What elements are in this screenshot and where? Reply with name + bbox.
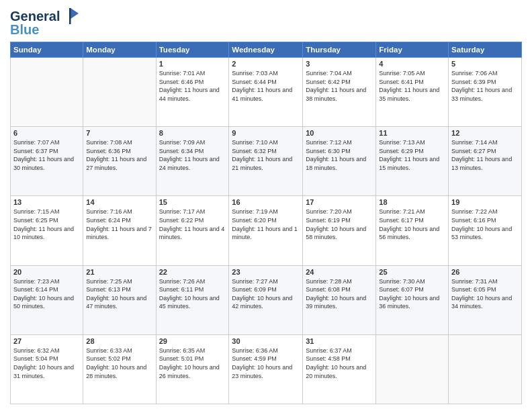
weekday-header-tuesday: Tuesday xyxy=(156,42,229,58)
calendar-cell: 9Sunrise: 7:10 AM Sunset: 6:32 PM Daylig… xyxy=(229,127,303,196)
day-number: 19 xyxy=(451,198,519,206)
day-number: 16 xyxy=(232,198,300,206)
day-number: 14 xyxy=(86,198,152,206)
calendar-table: SundayMondayTuesdayWednesdayThursdayFrid… xyxy=(10,42,522,404)
page: General Blue SundayMondayTuesdayWednesda… xyxy=(0,0,532,411)
calendar-cell: 14Sunrise: 7:16 AM Sunset: 6:24 PM Dayli… xyxy=(83,196,156,265)
day-number: 11 xyxy=(379,129,445,137)
weekday-header-thursday: Thursday xyxy=(303,42,376,58)
day-number: 7 xyxy=(86,129,152,137)
cell-content: Sunrise: 7:31 AM Sunset: 6:05 PM Dayligh… xyxy=(451,277,519,311)
calendar-cell: 30Sunrise: 6:36 AM Sunset: 4:59 PM Dayli… xyxy=(229,334,303,404)
day-number: 13 xyxy=(13,198,80,206)
day-number: 21 xyxy=(86,268,152,276)
cell-content: Sunrise: 7:08 AM Sunset: 6:36 PM Dayligh… xyxy=(86,138,152,172)
logo-general: General xyxy=(10,9,60,24)
cell-content: Sunrise: 7:12 AM Sunset: 6:30 PM Dayligh… xyxy=(306,138,373,172)
day-number: 31 xyxy=(306,337,373,345)
logo: General Blue xyxy=(10,7,80,36)
cell-content: Sunrise: 6:33 AM Sunset: 5:02 PM Dayligh… xyxy=(86,347,152,380)
day-number: 6 xyxy=(13,129,80,137)
header: General Blue xyxy=(10,7,522,36)
day-number: 15 xyxy=(159,198,226,206)
cell-content: Sunrise: 7:27 AM Sunset: 6:09 PM Dayligh… xyxy=(232,277,300,311)
cell-content: Sunrise: 7:26 AM Sunset: 6:11 PM Dayligh… xyxy=(159,277,226,311)
calendar-cell: 31Sunrise: 6:37 AM Sunset: 4:58 PM Dayli… xyxy=(303,334,376,404)
cell-content: Sunrise: 7:09 AM Sunset: 6:34 PM Dayligh… xyxy=(159,138,226,172)
day-number: 26 xyxy=(451,268,519,276)
day-number: 12 xyxy=(451,129,519,137)
calendar-cell: 24Sunrise: 7:28 AM Sunset: 6:08 PM Dayli… xyxy=(303,265,376,334)
calendar-cell: 25Sunrise: 7:30 AM Sunset: 6:07 PM Dayli… xyxy=(376,265,449,334)
cell-content: Sunrise: 7:15 AM Sunset: 6:25 PM Dayligh… xyxy=(13,208,80,241)
day-number: 27 xyxy=(13,337,80,345)
weekday-header-monday: Monday xyxy=(83,42,156,58)
calendar-cell: 19Sunrise: 7:22 AM Sunset: 6:16 PM Dayli… xyxy=(449,196,522,265)
calendar-cell: 5Sunrise: 7:06 AM Sunset: 6:39 PM Daylig… xyxy=(449,58,522,127)
calendar-cell: 21Sunrise: 7:25 AM Sunset: 6:13 PM Dayli… xyxy=(83,265,156,334)
cell-content: Sunrise: 7:05 AM Sunset: 6:41 PM Dayligh… xyxy=(379,69,445,103)
day-number: 2 xyxy=(232,60,300,68)
day-number: 18 xyxy=(379,198,445,206)
cell-content: Sunrise: 6:37 AM Sunset: 4:58 PM Dayligh… xyxy=(306,347,373,380)
weekday-header-sunday: Sunday xyxy=(11,42,83,58)
weekday-header-wednesday: Wednesday xyxy=(229,42,303,58)
calendar-cell: 28Sunrise: 6:33 AM Sunset: 5:02 PM Dayli… xyxy=(83,334,156,404)
cell-content: Sunrise: 6:36 AM Sunset: 4:59 PM Dayligh… xyxy=(232,347,300,380)
cell-content: Sunrise: 6:35 AM Sunset: 5:01 PM Dayligh… xyxy=(159,347,226,380)
day-number: 17 xyxy=(306,198,373,206)
calendar-cell xyxy=(449,334,522,404)
calendar-cell: 11Sunrise: 7:13 AM Sunset: 6:29 PM Dayli… xyxy=(376,127,449,196)
day-number: 29 xyxy=(159,337,226,345)
weekday-header-friday: Friday xyxy=(376,42,449,58)
week-row-4: 20Sunrise: 7:23 AM Sunset: 6:14 PM Dayli… xyxy=(11,265,522,334)
cell-content: Sunrise: 7:16 AM Sunset: 6:24 PM Dayligh… xyxy=(86,208,152,241)
day-number: 9 xyxy=(232,129,300,137)
day-number: 25 xyxy=(379,268,445,276)
cell-content: Sunrise: 7:21 AM Sunset: 6:17 PM Dayligh… xyxy=(379,208,445,241)
calendar-cell: 7Sunrise: 7:08 AM Sunset: 6:36 PM Daylig… xyxy=(83,127,156,196)
svg-rect-1 xyxy=(69,8,71,24)
day-number: 20 xyxy=(13,268,80,276)
calendar-cell: 1Sunrise: 7:01 AM Sunset: 6:46 PM Daylig… xyxy=(156,58,229,127)
week-row-1: 1Sunrise: 7:01 AM Sunset: 6:46 PM Daylig… xyxy=(11,58,522,127)
calendar-cell: 29Sunrise: 6:35 AM Sunset: 5:01 PM Dayli… xyxy=(156,334,229,404)
svg-marker-0 xyxy=(71,8,79,19)
weekday-header-row: SundayMondayTuesdayWednesdayThursdayFrid… xyxy=(11,42,522,58)
day-number: 3 xyxy=(306,60,373,68)
cell-content: Sunrise: 7:04 AM Sunset: 6:42 PM Dayligh… xyxy=(306,69,373,103)
calendar-cell: 4Sunrise: 7:05 AM Sunset: 6:41 PM Daylig… xyxy=(376,58,449,127)
calendar-cell: 12Sunrise: 7:14 AM Sunset: 6:27 PM Dayli… xyxy=(449,127,522,196)
cell-content: Sunrise: 7:14 AM Sunset: 6:27 PM Dayligh… xyxy=(451,138,519,172)
calendar-cell: 16Sunrise: 7:19 AM Sunset: 6:20 PM Dayli… xyxy=(229,196,303,265)
cell-content: Sunrise: 7:10 AM Sunset: 6:32 PM Dayligh… xyxy=(232,138,300,172)
day-number: 23 xyxy=(232,268,300,276)
calendar-cell: 18Sunrise: 7:21 AM Sunset: 6:17 PM Dayli… xyxy=(376,196,449,265)
day-number: 8 xyxy=(159,129,226,137)
weekday-header-saturday: Saturday xyxy=(449,42,522,58)
calendar-cell: 20Sunrise: 7:23 AM Sunset: 6:14 PM Dayli… xyxy=(11,265,83,334)
calendar-cell: 3Sunrise: 7:04 AM Sunset: 6:42 PM Daylig… xyxy=(303,58,376,127)
cell-content: Sunrise: 7:28 AM Sunset: 6:08 PM Dayligh… xyxy=(306,277,373,311)
cell-content: Sunrise: 7:22 AM Sunset: 6:16 PM Dayligh… xyxy=(451,208,519,241)
cell-content: Sunrise: 7:30 AM Sunset: 6:07 PM Dayligh… xyxy=(379,277,445,311)
cell-content: Sunrise: 6:32 AM Sunset: 5:04 PM Dayligh… xyxy=(13,347,80,380)
calendar-cell: 8Sunrise: 7:09 AM Sunset: 6:34 PM Daylig… xyxy=(156,127,229,196)
cell-content: Sunrise: 7:06 AM Sunset: 6:39 PM Dayligh… xyxy=(451,69,519,103)
calendar-cell: 23Sunrise: 7:27 AM Sunset: 6:09 PM Dayli… xyxy=(229,265,303,334)
calendar-cell xyxy=(11,58,83,127)
cell-content: Sunrise: 7:17 AM Sunset: 6:22 PM Dayligh… xyxy=(159,208,226,241)
day-number: 10 xyxy=(306,129,373,137)
cell-content: Sunrise: 7:19 AM Sunset: 6:20 PM Dayligh… xyxy=(232,208,300,241)
week-row-2: 6Sunrise: 7:07 AM Sunset: 6:37 PM Daylig… xyxy=(11,127,522,196)
calendar-cell: 22Sunrise: 7:26 AM Sunset: 6:11 PM Dayli… xyxy=(156,265,229,334)
day-number: 28 xyxy=(86,337,152,345)
calendar-cell: 10Sunrise: 7:12 AM Sunset: 6:30 PM Dayli… xyxy=(303,127,376,196)
calendar-cell: 13Sunrise: 7:15 AM Sunset: 6:25 PM Dayli… xyxy=(11,196,83,265)
logo-flag-icon xyxy=(61,7,80,26)
cell-content: Sunrise: 7:25 AM Sunset: 6:13 PM Dayligh… xyxy=(86,277,152,311)
day-number: 24 xyxy=(306,268,373,276)
calendar-cell xyxy=(376,334,449,404)
cell-content: Sunrise: 7:20 AM Sunset: 6:19 PM Dayligh… xyxy=(306,208,373,241)
day-number: 5 xyxy=(451,60,519,68)
